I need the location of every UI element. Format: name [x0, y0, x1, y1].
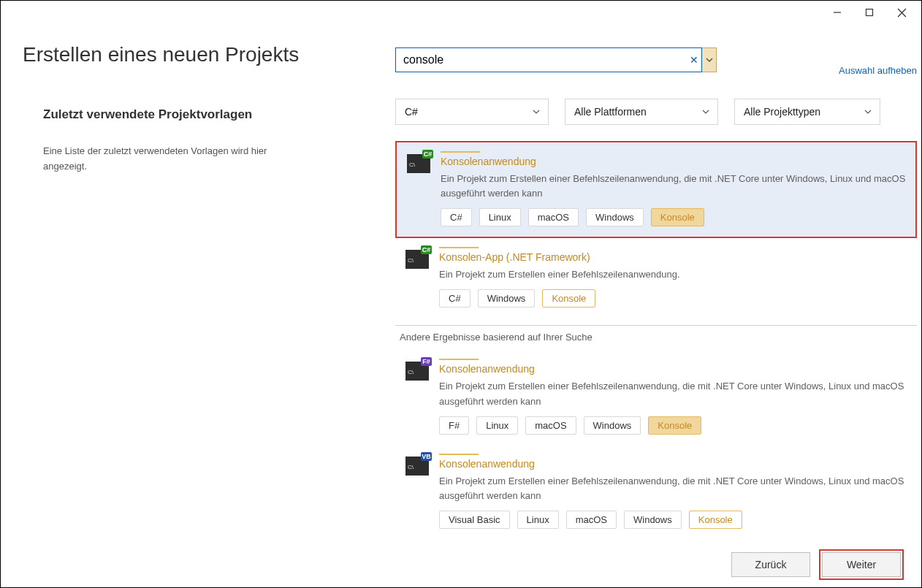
accent-rule [439, 247, 479, 248]
close-button[interactable] [892, 5, 911, 20]
search-dropdown-button[interactable] [702, 47, 717, 72]
template-item[interactable]: C:\ VB Konsolenanwendung Ein Projekt zum… [395, 445, 917, 539]
filter-platform[interactable]: Alle Plattformen [565, 99, 718, 125]
template-tag: C# [441, 208, 472, 226]
console-app-icon: C:\ C# [405, 250, 429, 269]
template-name: Konsolenanwendung [439, 458, 911, 470]
template-tag: F# [439, 416, 469, 435]
template-tag: macOS [525, 416, 576, 435]
minimize-button[interactable] [828, 5, 847, 20]
accent-rule [441, 151, 480, 153]
template-tag: Linux [479, 208, 521, 226]
template-tag: Visual Basic [439, 511, 510, 529]
chevron-down-icon [701, 108, 710, 115]
page-title: Erstellen eines neuen Projekts [23, 43, 299, 66]
back-button[interactable]: Zurück [731, 552, 810, 577]
template-name: Konsolenanwendung [439, 363, 911, 375]
template-item[interactable]: C:\ F# Konsolenanwendung Ein Projekt zum… [395, 350, 917, 444]
template-description: Ein Projekt zum Erstellen einer Befehlsz… [441, 172, 910, 201]
filter-language-value: C# [405, 106, 418, 118]
template-tag: macOS [566, 511, 617, 529]
template-tag: Windows [478, 289, 536, 308]
template-description: Ein Projekt zum Erstellen einer Befehlsz… [439, 267, 911, 282]
template-tag: Linux [517, 511, 559, 529]
template-tag: C# [439, 289, 470, 308]
other-results-label: Andere Ergebnisse basierend auf Ihrer Su… [400, 332, 917, 343]
template-tag: Konsole [651, 208, 704, 226]
accent-rule [439, 454, 479, 455]
filter-language[interactable]: C# [395, 99, 549, 125]
console-app-icon: C:\ C# [407, 154, 430, 173]
console-app-icon: C:\ VB [405, 457, 429, 476]
template-item[interactable]: C:\ C# Konsolenanwendung Ein Projekt zum… [395, 141, 917, 238]
results-divider [395, 325, 917, 326]
template-description: Ein Projekt zum Erstellen einer Befehlsz… [439, 474, 911, 503]
recent-templates-heading: Zuletzt verwendete Projektvorlagen [43, 107, 252, 122]
template-name: Konsolen-App (.NET Framework) [439, 251, 911, 263]
svg-rect-0 [866, 9, 873, 16]
recent-templates-empty-text: Eine Liste der zuletzt verwendeten Vorla… [43, 144, 277, 175]
accent-rule [439, 359, 479, 360]
template-tag: Windows [586, 208, 644, 226]
filter-project-type[interactable]: Alle Projekttypen [734, 99, 880, 125]
filter-project-type-value: Alle Projekttypen [744, 106, 820, 118]
template-item[interactable]: C:\ C# Konsolen-App (.NET Framework) Ein… [395, 238, 917, 318]
template-search-input[interactable] [395, 47, 702, 72]
template-tag: Windows [624, 511, 682, 529]
filter-platform-value: Alle Plattformen [574, 106, 647, 118]
template-name: Konsolenanwendung [441, 156, 910, 167]
clear-search-icon[interactable]: ✕ [686, 47, 702, 72]
maximize-button[interactable] [860, 5, 879, 20]
vb-badge-icon: VB [421, 452, 432, 461]
template-tag: Windows [584, 416, 641, 435]
fsharp-badge-icon: F# [421, 357, 432, 366]
template-tag: Konsole [689, 511, 742, 529]
next-button[interactable]: Weiter [822, 552, 901, 577]
template-description: Ein Projekt zum Erstellen einer Befehlsz… [439, 379, 911, 408]
template-tag: Linux [476, 416, 518, 435]
chevron-down-icon [532, 108, 541, 115]
template-tag: Konsole [542, 289, 595, 308]
csharp-badge-icon: C# [421, 245, 432, 254]
template-tag: Konsole [648, 416, 701, 435]
csharp-badge-icon: C# [422, 150, 433, 159]
chevron-down-icon [864, 108, 872, 115]
clear-selection-link[interactable]: Auswahl aufheben [839, 65, 917, 76]
template-results: C:\ C# Konsolenanwendung Ein Projekt zum… [395, 141, 917, 539]
template-tag: macOS [528, 208, 579, 226]
console-app-icon: C:\ F# [405, 362, 429, 381]
